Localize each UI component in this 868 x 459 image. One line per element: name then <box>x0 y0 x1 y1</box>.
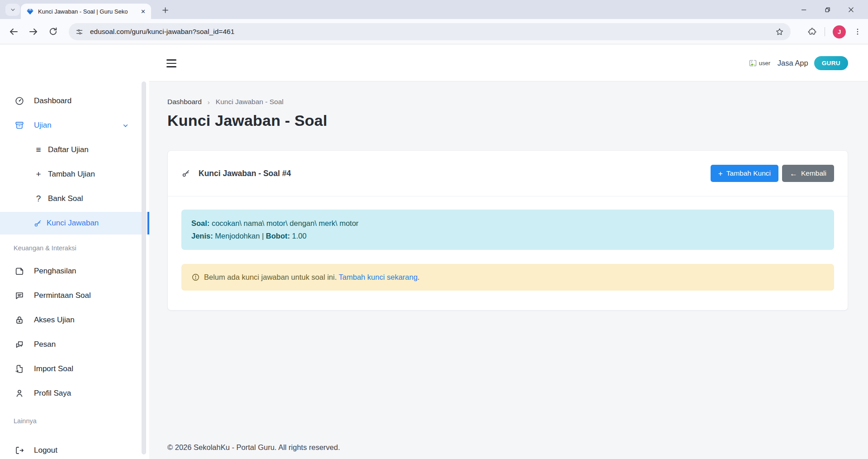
sidebar-toggle-button[interactable] <box>166 59 176 67</box>
archive-box-icon <box>14 120 24 130</box>
back-button[interactable]: ← Kembali <box>782 165 834 182</box>
sidebar-item-import-soal[interactable]: Import Soal <box>0 358 149 380</box>
new-tab-button[interactable] <box>159 4 171 16</box>
sidebar-scrollbar-thumb[interactable] <box>142 81 146 454</box>
page-title: Kunci Jawaban - Soal <box>167 112 848 129</box>
sidebar-item-label: Ujian <box>34 121 52 130</box>
card-title-group: Kunci Jawaban - Soal #4 <box>181 169 291 178</box>
browser-toolbar: edusoal.com/guru/kunci-jawaban?soal_id=4… <box>0 19 868 44</box>
chevron-down-icon <box>122 122 129 129</box>
sidebar-item-label: Bank Soal <box>48 194 83 203</box>
sidebar-item-label: Kunci Jawaban <box>47 219 99 228</box>
soal-text: cocokan\ nama\ motor\ dengan\ merk\ moto… <box>212 219 359 227</box>
main-content: Dashboard › Kunci Jawaban - Soal Kunci J… <box>149 81 868 459</box>
tab-close-icon[interactable]: ✕ <box>139 7 147 16</box>
sidebar-item-logout[interactable]: Logout <box>0 439 149 459</box>
sidebar-section-lainnya: Lainnya <box>0 416 149 426</box>
warning-suffix: . <box>417 273 420 281</box>
add-key-now-link[interactable]: Tambah kunci sekarang <box>339 273 417 281</box>
back-arrow-icon <box>8 26 19 37</box>
alert-circle-icon <box>191 273 200 282</box>
sidebar-item-bank-soal[interactable]: ? Bank Soal <box>0 187 149 210</box>
question-text-line: Soal: cocokan\ nama\ motor\ dengan\ merk… <box>191 217 824 230</box>
message-lines-icon <box>14 291 24 301</box>
card-body: Soal: cocokan\ nama\ motor\ dengan\ merk… <box>168 196 848 310</box>
favicon-gem-icon <box>26 8 34 15</box>
broken-image-icon <box>748 58 758 68</box>
sidebar: Dashboard Ujian ≡ Daftar Ujian + Tambah … <box>0 44 149 459</box>
bobot-value: 1.00 <box>292 232 307 240</box>
url-text[interactable]: edusoal.com/guru/kunci-jawaban?soal_id=4… <box>90 28 775 36</box>
minimize-button[interactable] <box>792 0 816 19</box>
card-title: Kunci Jawaban - Soal #4 <box>199 169 291 178</box>
breadcrumb-dashboard-link[interactable]: Dashboard <box>167 98 202 106</box>
back-button[interactable] <box>8 26 19 37</box>
role-badge: GURU <box>814 56 848 70</box>
user-icon <box>14 388 24 398</box>
sidebar-item-label: Permintaan Soal <box>34 291 91 300</box>
tab-search-button[interactable] <box>5 4 20 16</box>
soal-label: Soal: <box>191 219 209 227</box>
chevron-down-icon <box>9 6 16 13</box>
url-bar[interactable]: edusoal.com/guru/kunci-jawaban?soal_id=4… <box>69 23 791 40</box>
meta-separator: | <box>262 232 264 240</box>
add-key-button-label: Tambah Kunci <box>726 169 771 177</box>
header-user-area: user Jasa App GURU <box>748 44 848 81</box>
sidebar-item-profil-saya[interactable]: Profil Saya <box>0 382 149 405</box>
sidebar-item-ujian[interactable]: Ujian <box>0 114 149 137</box>
sidebar-item-penghasilan[interactable]: Penghasilan <box>0 260 149 282</box>
plus-icon <box>161 6 170 14</box>
browser-profile-avatar[interactable]: J <box>833 25 846 38</box>
browser-menu-kebab-icon[interactable] <box>854 28 862 36</box>
breadcrumb-separator: › <box>208 98 210 106</box>
sidebar-item-daftar-ujian[interactable]: ≡ Daftar Ujian <box>0 139 149 161</box>
sidebar-item-label: Profil Saya <box>34 389 71 398</box>
sidebar-section-keuangan: Keuangan & Interaksi <box>0 244 149 253</box>
sidebar-item-label: Dashboard <box>34 96 71 105</box>
sidebar-item-permintaan-soal[interactable]: Permintaan Soal <box>0 284 149 307</box>
card-header: Kunci Jawaban - Soal #4 + Tambah Kunci ←… <box>168 151 848 196</box>
reload-button[interactable] <box>48 26 59 37</box>
jenis-label: Jenis: <box>191 232 213 240</box>
sidebar-item-label: Import Soal <box>34 364 73 373</box>
answer-key-card: Kunci Jawaban - Soal #4 + Tambah Kunci ←… <box>167 150 848 311</box>
restore-icon <box>824 6 831 14</box>
sidebar-item-tambah-ujian[interactable]: + Tambah Ujian <box>0 163 149 186</box>
list-icon: ≡ <box>33 145 43 155</box>
gauge-icon <box>14 96 24 106</box>
restore-button[interactable] <box>816 0 839 19</box>
question-meta-line: Jenis: Menjodohkan | Bobot: 1.00 <box>191 230 824 243</box>
footer-copyright: © 2026 SekolahKu - Portal Guru. All righ… <box>167 443 340 452</box>
browser-tab[interactable]: Kunci Jawaban - Soal | Guru Seko ✕ <box>21 4 151 19</box>
file-import-icon <box>14 364 24 374</box>
sidebar-item-pesan[interactable]: Pesan <box>0 333 149 356</box>
sidebar-item-akses-ujian[interactable]: Akses Ujian <box>0 309 149 331</box>
logout-icon <box>14 445 24 455</box>
sidebar-item-kunci-jawaban[interactable]: Kunci Jawaban <box>0 212 149 234</box>
bobot-label: Bobot: <box>266 232 290 240</box>
wallet-icon <box>14 266 24 276</box>
sidebar-item-dashboard[interactable]: Dashboard <box>0 90 149 112</box>
card-actions: + Tambah Kunci ← Kembali <box>711 165 834 182</box>
extensions-puzzle-icon[interactable] <box>807 27 817 37</box>
add-key-button[interactable]: + Tambah Kunci <box>711 165 778 182</box>
breadcrumb: Dashboard › Kunci Jawaban - Soal <box>167 98 848 106</box>
sidebar-item-label: Pesan <box>34 340 56 349</box>
close-button[interactable] <box>839 0 863 19</box>
back-arrow-icon: ← <box>790 170 797 177</box>
breadcrumb-current: Kunci Jawaban - Soal <box>216 98 284 106</box>
sidebar-item-label: Akses Ujian <box>34 316 75 325</box>
key-icon <box>181 169 190 178</box>
key-icon <box>33 219 42 228</box>
window-controls <box>792 0 863 19</box>
toolbar-right-cluster: J <box>807 23 862 40</box>
chat-bubbles-icon <box>14 339 24 349</box>
toolbar-divider <box>825 27 825 36</box>
forward-button[interactable] <box>28 26 39 37</box>
forward-arrow-icon <box>28 26 39 37</box>
tab-title: Kunci Jawaban - Soal | Guru Seko <box>38 8 139 15</box>
bookmark-star-icon[interactable] <box>775 27 784 37</box>
broken-avatar-image: user <box>748 55 772 71</box>
plus-icon: + <box>33 169 43 179</box>
browser-tab-strip: Kunci Jawaban - Soal | Guru Seko ✕ <box>0 0 868 19</box>
